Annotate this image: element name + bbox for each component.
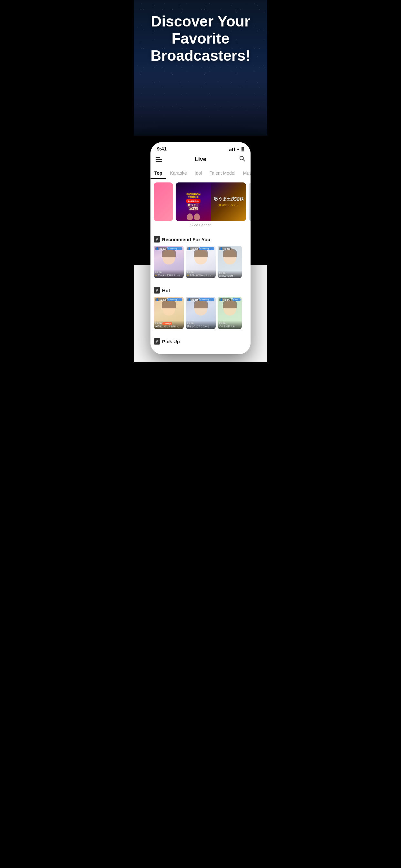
stream-desc-2: ★ 今日も配信やってます... bbox=[187, 274, 214, 277]
desc-text-1: アバター配布中！ゆう... bbox=[158, 274, 182, 277]
viewer-num-2: 12,589 bbox=[191, 248, 198, 250]
menu-line-full bbox=[156, 159, 162, 160]
person-icon-2: 👤 bbox=[188, 247, 191, 250]
tab-talent[interactable]: Talent Model bbox=[206, 167, 239, 179]
hero-background: Discover Your Favorite Broadcasters! bbox=[134, 0, 267, 135]
banner-card-right[interactable] bbox=[249, 182, 251, 221]
hot-cards-row: 👤 12,589 Streaming Daily... 22:00 ♪ Alwa… bbox=[154, 297, 247, 329]
svg-line-1 bbox=[243, 159, 245, 161]
stream-top-3: 👤 40,359 bbox=[219, 247, 241, 250]
menu-line-short bbox=[156, 157, 160, 158]
hot-viewer-count-3: 👤 51,247 bbox=[219, 298, 231, 301]
tab-idol[interactable]: Idol bbox=[191, 167, 206, 179]
viewer-count-2: 👤 12,589 bbox=[187, 247, 199, 250]
tab-karaoke-label: Karaoke bbox=[170, 170, 187, 176]
banner-scroll[interactable]: SHOWROOM7周年記念 ★ASPECIAL 歌うま王決定戦 歌うま王決定戦 … bbox=[150, 182, 251, 221]
viewer-num-3: 40,359 bbox=[223, 248, 230, 250]
pickup-title-text: Pick Up bbox=[162, 339, 180, 344]
special-badge: ★ASPECIAL bbox=[186, 199, 200, 203]
stream-overlay-2: 22:00 ★ 今日も配信やってます... bbox=[186, 270, 216, 278]
hot-person-icon-1: 👤 bbox=[156, 299, 159, 301]
streaming-badge-1: Streaming Daily... bbox=[167, 247, 182, 250]
hot-viewer-count-2: 👤 21,256 bbox=[187, 298, 199, 301]
hot-desc-text-3: イベ最終日！あ... bbox=[219, 325, 237, 328]
stream-time-2: 22:00 bbox=[187, 271, 214, 274]
menu-line-full2 bbox=[156, 161, 162, 162]
hero-title: Discover Your Favorite Broadcasters! bbox=[140, 13, 261, 64]
recommend-card-1[interactable]: 👤 21,333 Streaming Daily... 22:00 ★ アバター… bbox=[154, 246, 184, 278]
stream-top-1: 👤 21,333 Streaming Daily... bbox=[155, 247, 182, 250]
recommend-title-text: Recommend For You bbox=[162, 237, 210, 242]
battery-icon: ▓ bbox=[242, 147, 244, 151]
app-header: Live bbox=[150, 153, 251, 167]
viewer-num-1: 21,333 bbox=[159, 248, 166, 250]
star-icon-2: ★ bbox=[187, 274, 189, 277]
recommend-card-3[interactable]: 👤 40,359 22:00 SHOWROOM bbox=[218, 246, 242, 278]
hot-overlay-2: 22:00 夢をかなえてここから... bbox=[186, 321, 216, 329]
hot-streaming-badge-2: Streaming Daily... bbox=[199, 299, 214, 301]
hero-title-line2: Broadcasters! bbox=[150, 47, 250, 64]
hot-person-icon-2: 👤 bbox=[188, 299, 191, 301]
category-tabs: Top Karaoke Idol Talent Model Music bbox=[150, 167, 251, 179]
hot-card-2[interactable]: 👤 21,256 Streaming Daily... 22:00 夢をかなえて… bbox=[186, 297, 216, 329]
hot-viewer-num-3: 51,247 bbox=[223, 299, 230, 301]
bar4 bbox=[234, 148, 235, 151]
thumb-3: 👤 40,359 22:00 SHOWROOM bbox=[218, 246, 242, 278]
content-area: 9:41 ▲ ▓ bbox=[134, 265, 267, 362]
status-icons: ▲ ▓ bbox=[229, 147, 244, 151]
hot-desc-1: ★応援よろしくお願いし... bbox=[155, 325, 182, 328]
bar2 bbox=[230, 149, 232, 151]
hot-overlay-3: 22:00 イベ最終日！あ... bbox=[218, 321, 242, 329]
status-time: 9:41 bbox=[157, 146, 166, 151]
bottom-spacer bbox=[134, 355, 267, 362]
hot-card-3[interactable]: 👤 51,247 Strea... 22:00 イベ最終日！あ... bbox=[218, 297, 242, 329]
hot-top-1: 👤 12,589 Streaming Daily... bbox=[155, 298, 182, 301]
header-title: Live bbox=[195, 156, 206, 163]
search-button[interactable] bbox=[239, 155, 245, 163]
stream-desc-3: SHOWROOM bbox=[219, 275, 241, 277]
recommend-cards-row: 👤 21,333 Streaming Daily... 22:00 ★ アバター… bbox=[154, 246, 247, 278]
hot-thumb-3: 👤 51,247 Strea... 22:00 イベ最終日！あ... bbox=[218, 297, 242, 329]
showroom-logo: SHOWROOM7周年記念 bbox=[186, 193, 201, 198]
hot-person-icon-3: 👤 bbox=[220, 299, 223, 301]
tab-karaoke[interactable]: Karaoke bbox=[166, 167, 191, 179]
tab-music[interactable]: Music bbox=[239, 167, 251, 179]
tab-talent-label: Talent Model bbox=[210, 170, 235, 176]
hot-desc-3: イベ最終日！あ... bbox=[219, 325, 241, 328]
bar1 bbox=[229, 150, 230, 151]
tab-top[interactable]: Top bbox=[150, 167, 166, 179]
page-wrapper: Discover Your Favorite Broadcasters! 9:4… bbox=[134, 0, 267, 362]
stream-overlay-1: 22:00 ★ アバター配布中！ゆう... bbox=[154, 270, 184, 278]
bar3 bbox=[232, 148, 233, 151]
hash-icon-pickup: # bbox=[154, 338, 160, 345]
stream-top-2: 👤 12,589 Streaming Daily... bbox=[187, 247, 214, 250]
slide-banner-area: SHOWROOM7周年記念 ★ASPECIAL 歌うま王決定戦 歌うま王決定戦 … bbox=[150, 179, 251, 230]
hot-viewer-num-1: 12,589 bbox=[159, 299, 166, 301]
hot-title: # Hot bbox=[154, 287, 247, 293]
hot-viewer-num-2: 21,256 bbox=[191, 299, 198, 301]
banner-title-jp: 歌うま王決定戦 bbox=[188, 204, 199, 211]
banner-card-left[interactable] bbox=[154, 182, 173, 221]
hot-desc-text-1: ★応援よろしくお願いし... bbox=[155, 325, 182, 328]
banner-main-text: 歌うま王決定戦 bbox=[214, 196, 243, 202]
hot-card-1[interactable]: 👤 12,589 Streaming Daily... 22:00 ♪ Alwa… bbox=[154, 297, 184, 329]
hash-icon-hot: # bbox=[154, 287, 160, 293]
hot-streaming-badge-1: Streaming Daily... bbox=[167, 299, 182, 301]
tab-music-label: Music bbox=[243, 170, 251, 176]
hot-desc-2: 夢をかなえてここから... bbox=[187, 325, 214, 328]
hot-streaming-badge-3: Strea... bbox=[233, 299, 241, 301]
hot-stream-time-2: 22:00 bbox=[187, 322, 214, 325]
stream-desc-1: ★ アバター配布中！ゆう... bbox=[155, 274, 182, 277]
hot-title-text: Hot bbox=[162, 288, 170, 293]
hot-overlay-1: 22:00 ♪ Always ★応援よろしくお願いし... bbox=[154, 321, 184, 329]
banner-label: Slide Banner bbox=[150, 223, 251, 227]
menu-button[interactable] bbox=[156, 157, 162, 162]
recommend-section: # Recommend For You 👤 21,333 bbox=[150, 231, 251, 281]
person-icon-1: 👤 bbox=[156, 247, 159, 250]
hot-top-2: 👤 21,256 Streaming Daily... bbox=[187, 298, 214, 301]
recommend-card-2[interactable]: 👤 12,589 Streaming Daily... 22:00 ★ 今日も配… bbox=[186, 246, 216, 278]
viewer-count-3: 👤 40,359 bbox=[219, 247, 231, 250]
hot-thumb-2: 👤 21,256 Streaming Daily... 22:00 夢をかなえて… bbox=[186, 297, 216, 329]
banner-card-main[interactable]: SHOWROOM7周年記念 ★ASPECIAL 歌うま王決定戦 歌うま王決定戦 … bbox=[176, 182, 246, 221]
banner-sub-text: 開催中イベント bbox=[219, 203, 239, 207]
